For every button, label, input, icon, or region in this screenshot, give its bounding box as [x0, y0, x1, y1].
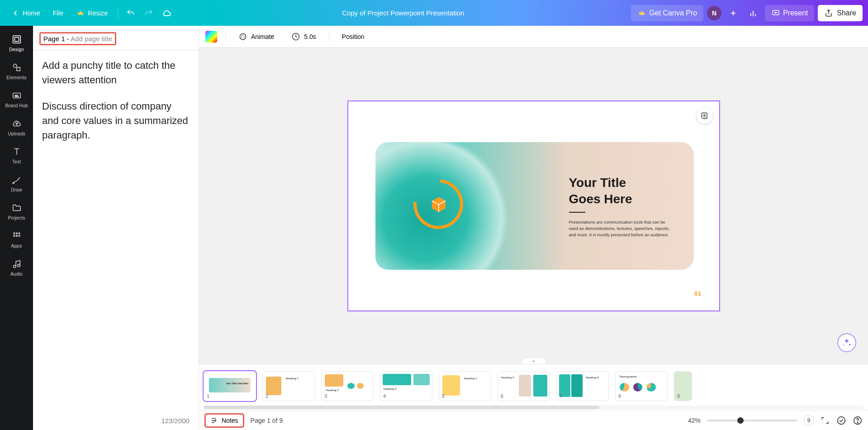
sidebar-item-text[interactable]: Text	[0, 142, 33, 170]
thumbnail-page-7[interactable]: Heading 6 7	[556, 371, 609, 401]
logo-cube-icon[interactable]	[430, 196, 448, 214]
zoom-slider[interactable]	[707, 420, 797, 421]
thumbnail-strip[interactable]: Your Title Goes Here 1 Heading 1 2 Headi…	[199, 364, 868, 406]
svg-rect-23	[18, 235, 20, 237]
fullscreen-button[interactable]	[820, 416, 830, 425]
thumbnail-page-5[interactable]: Heading 4 5	[439, 371, 491, 401]
share-label: Share	[837, 9, 856, 17]
canvas-column: Animate 5.0s Position	[199, 26, 868, 430]
sidebar-item-elements[interactable]: Elements	[0, 57, 33, 86]
position-label: Position	[342, 33, 365, 40]
sidebar-item-label: Projects	[8, 215, 25, 220]
svg-text:co.: co.	[14, 94, 19, 97]
sidebar-item-uploads[interactable]: Uploads	[0, 114, 33, 142]
get-pro-button[interactable]: Get Canva Pro	[631, 5, 703, 21]
sidebar-item-audio[interactable]: Audio	[0, 254, 33, 282]
magic-assist-button[interactable]	[837, 333, 856, 352]
svg-point-37	[857, 422, 858, 423]
thumbnail-number: 8	[618, 393, 621, 399]
svg-point-17	[13, 182, 14, 184]
thumbnail-page-9[interactable]: 9	[674, 371, 692, 401]
title-text-block[interactable]: Your TitleGoes Here Presentations are co…	[569, 175, 673, 238]
thumbnail-page-2[interactable]: Heading 1 2	[262, 371, 315, 401]
svg-point-35	[838, 416, 845, 424]
thumbnail-page-1[interactable]: Your Title Goes Here 1	[204, 371, 256, 401]
folder-icon	[11, 202, 22, 213]
play-icon	[771, 9, 780, 18]
duration-button[interactable]: 5.0s	[287, 29, 320, 44]
page-indicator[interactable]: Page 1 of 9	[251, 417, 283, 424]
present-button[interactable]: Present	[765, 5, 814, 21]
svg-point-26	[240, 33, 246, 39]
svg-point-10	[13, 64, 16, 67]
page-count-badge[interactable]: 9	[804, 416, 814, 425]
undo-button[interactable]	[123, 5, 139, 21]
document-title[interactable]: Copy of Project Powerpoint Presentation	[175, 9, 631, 17]
divider	[118, 8, 118, 19]
chevron-left-icon	[11, 9, 20, 18]
slide-page[interactable]: Your TitleGoes Here Presentations are co…	[347, 100, 720, 311]
cloud-sync-button[interactable]	[159, 5, 175, 21]
thumbnail-page-8[interactable]: Demographic 8	[615, 371, 668, 401]
sidebar-item-design[interactable]: Design	[0, 29, 33, 57]
file-menu[interactable]: File	[47, 6, 69, 20]
animate-icon	[238, 32, 247, 41]
file-label: File	[53, 10, 63, 17]
svg-rect-20	[18, 233, 20, 234]
apps-icon	[11, 230, 22, 241]
get-pro-label: Get Canva Pro	[649, 9, 697, 17]
color-picker-button[interactable]	[205, 31, 217, 43]
separator: -	[65, 35, 71, 43]
share-button[interactable]: Share	[818, 5, 863, 21]
sidebar-item-draw[interactable]: Draw	[0, 170, 33, 198]
notes-paragraph: Add a punchy title to catch the viewers …	[42, 58, 190, 87]
user-avatar[interactable]: N	[707, 6, 721, 20]
thumbnail-scrollbar[interactable]	[204, 406, 863, 409]
canvas-viewport[interactable]: Your TitleGoes Here Presentations are co…	[199, 48, 868, 364]
zoom-value[interactable]: 42%	[688, 417, 701, 424]
redo-button[interactable]	[141, 5, 157, 21]
resize-button[interactable]: Resize	[71, 5, 113, 21]
home-button[interactable]: Home	[5, 5, 46, 21]
page-title-placeholder: Add page title	[71, 35, 112, 43]
thumbnail-number: 3	[324, 393, 327, 399]
sidebar-item-projects[interactable]: Projects	[0, 198, 33, 226]
svg-rect-9	[14, 37, 19, 41]
sidebar-item-label: Draw	[11, 187, 22, 192]
thumbnail-page-4[interactable]: Heading 3 4	[380, 371, 432, 401]
slide-page-number[interactable]: 01	[694, 290, 702, 297]
svg-rect-21	[13, 235, 15, 237]
svg-rect-22	[16, 235, 18, 237]
add-member-button[interactable]	[725, 5, 741, 21]
svg-rect-8	[13, 36, 20, 43]
page-title-input[interactable]: Page 1 - Add page title	[39, 32, 116, 45]
sidebar-item-label: Audio	[10, 271, 23, 277]
collapse-thumbnails-button[interactable]	[522, 358, 546, 364]
analytics-button[interactable]	[745, 5, 761, 21]
notes-toggle-button[interactable]: Notes	[204, 413, 244, 428]
thumbnail-page-3[interactable]: Heading 2 3	[321, 371, 374, 401]
clock-icon	[291, 32, 300, 41]
title-rule	[569, 212, 585, 213]
main-area: Design Elements co. Brand Hub Uploads Te…	[0, 26, 868, 430]
title-line-2: Goes Here	[569, 192, 632, 206]
thumbnail-number: 1	[207, 393, 209, 399]
svg-point-27	[242, 35, 245, 38]
notes-panel: Page 1 - Add page title Add a punchy tit…	[33, 26, 199, 430]
animate-label: Animate	[251, 33, 274, 40]
help-button[interactable]	[853, 416, 863, 425]
duration-label: 5.0s	[304, 33, 316, 40]
notes-textarea[interactable]: Add a punchy title to catch the viewers …	[33, 50, 199, 411]
animate-button[interactable]: Animate	[234, 29, 279, 44]
page-number-label: Page 1	[43, 35, 65, 43]
svg-rect-18	[13, 233, 15, 234]
check-status-button[interactable]	[836, 416, 846, 425]
draw-icon	[11, 174, 22, 185]
sidebar-item-brand-hub[interactable]: co. Brand Hub	[0, 86, 33, 114]
svg-marker-6	[775, 12, 777, 13]
notes-icon	[210, 416, 218, 425]
share-icon	[824, 9, 833, 18]
sidebar-item-apps[interactable]: Apps	[0, 226, 33, 254]
position-button[interactable]: Position	[337, 30, 369, 43]
thumbnail-page-6[interactable]: Heading 5 6	[498, 371, 550, 401]
